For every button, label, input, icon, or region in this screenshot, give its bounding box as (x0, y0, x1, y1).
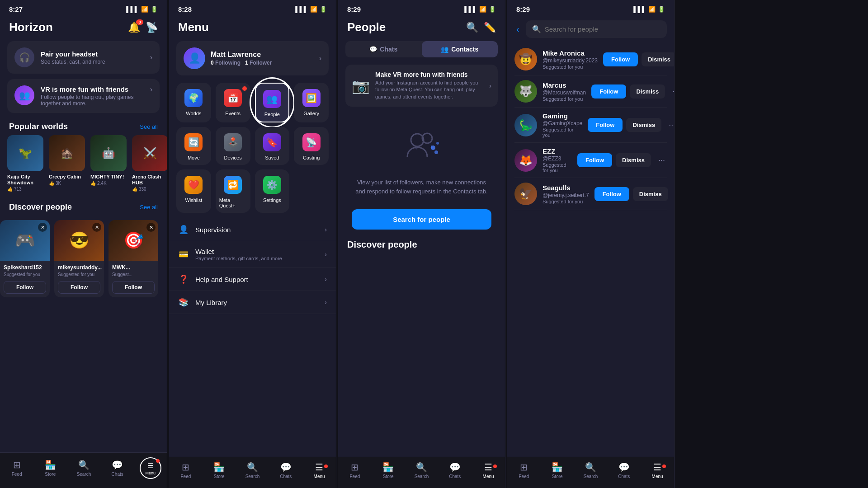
menu-people[interactable]: 👥 People (255, 83, 290, 122)
menu-casting[interactable]: 📡 Casting (294, 127, 329, 165)
people-compose-icon[interactable]: ✏️ (484, 22, 496, 33)
more-marcus[interactable]: ··· (670, 85, 674, 98)
search-bar[interactable]: 🔍 (526, 20, 667, 38)
world-name-2: Creepy Cabin (49, 174, 85, 180)
person-suggested-2: Suggested for you (542, 96, 586, 102)
follow-button-2[interactable]: Follow (58, 281, 100, 294)
nav-store-1[interactable]: 🏪 Store (39, 460, 61, 477)
nav-chats-4[interactable]: 💬 Chats (613, 462, 635, 479)
tab-chats[interactable]: 💬 Chats (345, 41, 422, 57)
follow-button-1[interactable]: Follow (4, 281, 46, 294)
follow-button-3[interactable]: Follow (112, 281, 155, 294)
world-name-3: MIGHTY TINY! (90, 174, 127, 180)
nav-search-2[interactable]: 🔍 Search (241, 462, 264, 479)
nav-menu-4[interactable]: ☰ Menu (646, 462, 669, 479)
world-item-2[interactable]: 🏚️ Creepy Cabin 👍 3K (49, 135, 85, 192)
menu-supervision[interactable]: 👤 Supervision › (169, 218, 336, 241)
pair-headset-card[interactable]: 🎧 Pair your headset See status, cast, an… (7, 41, 160, 74)
nav-chats-2[interactable]: 💬 Chats (274, 462, 297, 479)
nav-store-2[interactable]: 🏪 Store (208, 462, 231, 479)
more-seagulls[interactable]: ··· (674, 188, 674, 201)
nav-search-4[interactable]: 🔍 Search (579, 462, 602, 479)
feed-icon-3: ⊞ (351, 462, 359, 473)
dismiss-seagulls[interactable]: Dismiss (633, 187, 668, 201)
status-time-4: 8:29 (516, 5, 530, 13)
menu-red-dot (156, 459, 160, 463)
dismiss-gaming[interactable]: Dismiss (626, 118, 661, 132)
people-search-icon[interactable]: 🔍 (466, 22, 478, 33)
nav-feed-4[interactable]: ⊞ Feed (513, 462, 535, 479)
person-suggested-1: Suggested for you (542, 64, 598, 70)
person-avatar-5: 🦅 (514, 183, 537, 205)
world-item-4[interactable]: ⚔️ Arena Clash HUB 👍 330 (132, 135, 167, 192)
world-item-1[interactable]: 🦖 Kaiju City Showdown 👍 713 (7, 135, 43, 192)
world-thumb-1: 🦖 (7, 135, 43, 171)
nav-menu-3[interactable]: ☰ Menu (477, 462, 500, 479)
cast-icon[interactable]: 📡 (146, 22, 158, 33)
back-button[interactable]: ‹ (514, 22, 521, 36)
menu-saved[interactable]: 🔖 Saved (255, 127, 290, 165)
nav-search-3[interactable]: 🔍 Search (410, 462, 433, 479)
nav-menu-1[interactable]: ☰ Menu (140, 457, 161, 479)
dismiss-marcus[interactable]: Dismiss (630, 84, 665, 99)
follow-seagulls[interactable]: Follow (594, 187, 629, 201)
more-ezz[interactable]: ··· (656, 154, 667, 167)
see-all-worlds[interactable]: See all (140, 123, 158, 130)
menu-wallet[interactable]: 💳 Wallet Payment methods, gift cards, an… (169, 241, 336, 268)
person-handle-5: @jeremy.j.seibert.7 (542, 192, 589, 198)
nav-feed-1[interactable]: ⊞ Feed (5, 460, 28, 477)
menu-metaquest[interactable]: 🔁 Meta Quest+ (216, 169, 250, 213)
profile-arrow: › (319, 54, 321, 62)
menu-move[interactable]: 🔄 Move (176, 127, 211, 165)
person-name-5: Seagulls (542, 184, 589, 192)
menu-events[interactable]: 📅 Events (216, 83, 250, 122)
menu-icon-2: ☰ (315, 462, 323, 473)
store-icon-2: 🏪 (213, 462, 225, 473)
see-all-people[interactable]: See all (140, 204, 158, 211)
vr-friends-card[interactable]: 👥 VR is more fun with friends Follow peo… (7, 79, 160, 113)
search-icon-4: 🔍 (585, 462, 596, 473)
devices-label: Devices (224, 155, 242, 160)
library-title: My Library (195, 299, 318, 306)
menu-settings[interactable]: ⚙️ Settings (255, 169, 290, 213)
nav-search-1[interactable]: 🔍 Search (72, 460, 95, 477)
panel2-content: Menu 👤 Matt Lawrence 0 Following 1 Follo… (169, 16, 336, 457)
follow-gaming[interactable]: Follow (588, 118, 623, 132)
nav-chats-1[interactable]: 💬 Chats (106, 460, 129, 477)
nav-feed-2[interactable]: ⊞ Feed (175, 462, 197, 479)
chats-icon-2: 💬 (280, 462, 292, 473)
world-item-3[interactable]: 🤖 MIGHTY TINY! 👍 2.4K (90, 135, 127, 192)
follow-mike[interactable]: Follow (603, 52, 638, 66)
tab-contacts[interactable]: 👥 Contacts (422, 41, 498, 57)
menu-grid-wrapper: 🌍 Worlds 📅 Events 👥 People 🖼️ Gallery (169, 83, 336, 213)
empty-state-icon: + + (404, 127, 440, 171)
menu-help[interactable]: ❓ Help and Support › (169, 268, 336, 291)
dismiss-ezz[interactable]: Dismiss (616, 153, 651, 167)
worlds-label: Worlds (186, 111, 201, 116)
background-filler (675, 0, 868, 488)
user-profile-card[interactable]: 👤 Matt Lawrence 0 Following 1 Follower › (176, 41, 329, 75)
menu-gallery[interactable]: 🖼️ Gallery (294, 83, 329, 122)
dismiss-mike[interactable]: Dismiss (642, 52, 674, 66)
nav-store-3[interactable]: 🏪 Store (377, 462, 400, 479)
nav-feed-3[interactable]: ⊞ Feed (344, 462, 366, 479)
nav-chats-3[interactable]: 💬 Chats (443, 462, 466, 479)
instagram-banner[interactable]: 📷 Make VR more fun with friends Add your… (345, 65, 498, 107)
nav-store-4[interactable]: 🏪 Store (546, 462, 569, 479)
menu-wishlist[interactable]: ❤️ Wishlist (176, 169, 211, 213)
search-input[interactable] (545, 25, 660, 33)
notifications-button[interactable]: 🔔 8 (128, 22, 140, 33)
metaquest-grid-icon: 🔁 (224, 176, 242, 194)
follow-ezz[interactable]: Follow (577, 153, 612, 167)
more-gaming[interactable]: ··· (667, 118, 674, 131)
search-people-button[interactable]: Search for people (352, 209, 491, 230)
follow-marcus[interactable]: Follow (591, 84, 626, 99)
help-title: Help and Support (195, 276, 318, 283)
nav-menu-2[interactable]: ☰ Menu (308, 462, 330, 479)
menu-worlds[interactable]: 🌍 Worlds (176, 83, 211, 122)
menu-devices[interactable]: 🕹️ Devices (216, 127, 250, 165)
wifi-icon-2: 📶 (310, 6, 317, 13)
status-icons-4: ▌▌▌ 📶 🔋 (633, 6, 665, 13)
menu-library[interactable]: 📚 My Library › (169, 291, 336, 314)
battery-icon-3: 🔋 (489, 6, 496, 13)
